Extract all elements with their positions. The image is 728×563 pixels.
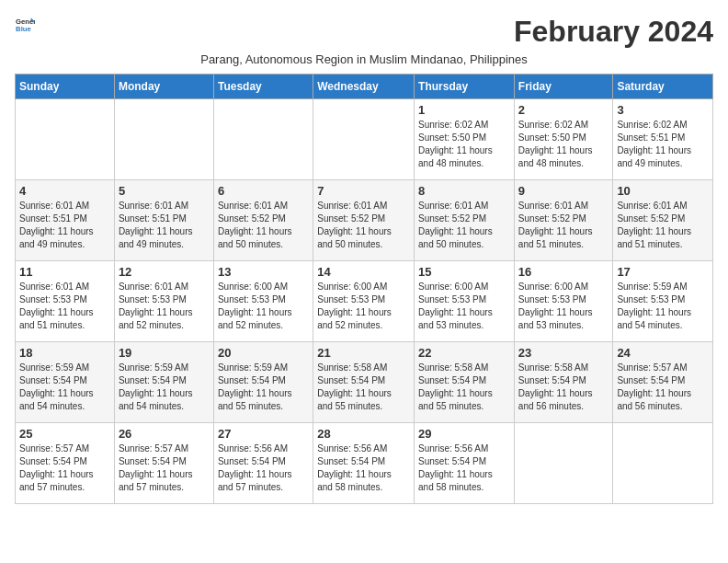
logo-icon: General Blue [15,15,35,35]
day-number: 28 [317,427,410,441]
day-info: Sunrise: 5:57 AMSunset: 5:54 PMDaylight:… [617,362,709,413]
day-number: 19 [119,346,210,360]
logo: General Blue [15,15,35,35]
table-row: 11Sunrise: 6:01 AMSunset: 5:53 PMDayligh… [16,261,115,342]
day-number: 6 [218,184,309,198]
day-number: 2 [518,103,609,117]
day-info: Sunrise: 6:01 AMSunset: 5:52 PMDaylight:… [617,200,709,251]
day-info: Sunrise: 5:58 AMSunset: 5:54 PMDaylight:… [317,362,410,413]
day-info: Sunrise: 5:59 AMSunset: 5:54 PMDaylight:… [119,362,210,413]
header-saturday: Saturday [613,75,713,99]
subtitle: Parang, Autonomous Region in Muslim Mind… [15,52,713,66]
table-row: 3Sunrise: 6:02 AMSunset: 5:51 PMDaylight… [613,99,713,180]
table-row: 16Sunrise: 6:00 AMSunset: 5:53 PMDayligh… [514,261,613,342]
table-row: 25Sunrise: 5:57 AMSunset: 5:54 PMDayligh… [16,423,115,504]
day-info: Sunrise: 6:00 AMSunset: 5:53 PMDaylight:… [317,281,410,332]
table-row: 24Sunrise: 5:57 AMSunset: 5:54 PMDayligh… [613,342,713,423]
table-row: 1Sunrise: 6:02 AMSunset: 5:50 PMDaylight… [415,99,515,180]
day-number: 20 [218,346,309,360]
table-row [613,423,713,504]
table-row: 27Sunrise: 5:56 AMSunset: 5:54 PMDayligh… [213,423,313,504]
table-row: 22Sunrise: 5:58 AMSunset: 5:54 PMDayligh… [415,342,515,423]
table-row: 5Sunrise: 6:01 AMSunset: 5:51 PMDaylight… [114,180,213,261]
day-number: 12 [119,265,210,279]
day-number: 26 [119,427,210,441]
header-monday: Monday [114,75,213,99]
day-info: Sunrise: 5:58 AMSunset: 5:54 PMDaylight:… [418,362,510,413]
table-row: 8Sunrise: 6:01 AMSunset: 5:52 PMDaylight… [415,180,515,261]
day-info: Sunrise: 5:56 AMSunset: 5:54 PMDaylight:… [317,442,410,494]
day-number: 11 [19,265,110,279]
day-number: 27 [218,427,309,441]
day-number: 17 [617,265,709,279]
table-row: 23Sunrise: 5:58 AMSunset: 5:54 PMDayligh… [514,342,613,423]
day-number: 21 [317,346,410,360]
day-info: Sunrise: 6:01 AMSunset: 5:52 PMDaylight:… [218,200,309,251]
day-info: Sunrise: 6:01 AMSunset: 5:51 PMDaylight:… [119,200,210,251]
day-number: 25 [19,427,110,441]
day-info: Sunrise: 6:00 AMSunset: 5:53 PMDaylight:… [418,281,510,332]
day-info: Sunrise: 6:01 AMSunset: 5:53 PMDaylight:… [119,281,210,332]
day-info: Sunrise: 6:01 AMSunset: 5:51 PMDaylight:… [19,200,110,251]
day-info: Sunrise: 6:01 AMSunset: 5:52 PMDaylight:… [518,200,609,251]
table-row: 10Sunrise: 6:01 AMSunset: 5:52 PMDayligh… [613,180,713,261]
day-info: Sunrise: 5:56 AMSunset: 5:54 PMDaylight:… [218,442,309,494]
table-row: 20Sunrise: 5:59 AMSunset: 5:54 PMDayligh… [213,342,313,423]
calendar-week-row: 18Sunrise: 5:59 AMSunset: 5:54 PMDayligh… [16,342,713,423]
header-tuesday: Tuesday [213,75,313,99]
table-row: 17Sunrise: 5:59 AMSunset: 5:53 PMDayligh… [613,261,713,342]
day-info: Sunrise: 6:02 AMSunset: 5:50 PMDaylight:… [418,119,510,170]
table-row: 21Sunrise: 5:58 AMSunset: 5:54 PMDayligh… [313,342,415,423]
table-row: 19Sunrise: 5:59 AMSunset: 5:54 PMDayligh… [114,342,213,423]
day-info: Sunrise: 5:59 AMSunset: 5:54 PMDaylight:… [218,362,309,413]
day-number: 10 [617,184,709,198]
month-title: February 2024 [514,15,713,49]
table-row: 18Sunrise: 5:59 AMSunset: 5:54 PMDayligh… [16,342,115,423]
table-row: 9Sunrise: 6:01 AMSunset: 5:52 PMDaylight… [514,180,613,261]
calendar-week-row: 1Sunrise: 6:02 AMSunset: 5:50 PMDaylight… [16,99,713,180]
day-info: Sunrise: 5:59 AMSunset: 5:54 PMDaylight:… [19,362,110,413]
day-number: 8 [418,184,510,198]
table-row: 12Sunrise: 6:01 AMSunset: 5:53 PMDayligh… [114,261,213,342]
table-row: 2Sunrise: 6:02 AMSunset: 5:50 PMDaylight… [514,99,613,180]
day-info: Sunrise: 6:02 AMSunset: 5:51 PMDaylight:… [617,119,709,170]
day-info: Sunrise: 5:57 AMSunset: 5:54 PMDaylight:… [119,442,210,494]
day-number: 1 [418,103,510,117]
header-friday: Friday [514,75,613,99]
table-row: 29Sunrise: 5:56 AMSunset: 5:54 PMDayligh… [415,423,515,504]
table-row [114,99,213,180]
table-row: 6Sunrise: 6:01 AMSunset: 5:52 PMDaylight… [213,180,313,261]
table-row [16,99,115,180]
day-number: 23 [518,346,609,360]
calendar-week-row: 11Sunrise: 6:01 AMSunset: 5:53 PMDayligh… [16,261,713,342]
day-info: Sunrise: 6:02 AMSunset: 5:50 PMDaylight:… [518,119,609,170]
calendar-week-row: 4Sunrise: 6:01 AMSunset: 5:51 PMDaylight… [16,180,713,261]
day-number: 5 [119,184,210,198]
table-row: 4Sunrise: 6:01 AMSunset: 5:51 PMDaylight… [16,180,115,261]
svg-text:Blue: Blue [16,25,31,33]
day-info: Sunrise: 5:57 AMSunset: 5:54 PMDaylight:… [19,442,110,494]
header-wednesday: Wednesday [313,75,415,99]
table-row [514,423,613,504]
day-number: 29 [418,427,510,441]
day-number: 16 [518,265,609,279]
day-number: 13 [218,265,309,279]
day-info: Sunrise: 6:01 AMSunset: 5:52 PMDaylight:… [317,200,410,251]
day-number: 7 [317,184,410,198]
day-info: Sunrise: 6:00 AMSunset: 5:53 PMDaylight:… [218,281,309,332]
header-thursday: Thursday [415,75,515,99]
day-number: 3 [617,103,709,117]
day-info: Sunrise: 6:00 AMSunset: 5:53 PMDaylight:… [518,281,609,332]
day-info: Sunrise: 6:01 AMSunset: 5:52 PMDaylight:… [418,200,510,251]
day-number: 18 [19,346,110,360]
day-info: Sunrise: 5:59 AMSunset: 5:53 PMDaylight:… [617,281,709,332]
table-row [313,99,415,180]
day-number: 24 [617,346,709,360]
day-number: 22 [418,346,510,360]
day-info: Sunrise: 5:56 AMSunset: 5:54 PMDaylight:… [418,442,510,494]
day-number: 9 [518,184,609,198]
table-row: 26Sunrise: 5:57 AMSunset: 5:54 PMDayligh… [114,423,213,504]
page-header: General Blue February 2024 [15,15,713,49]
table-row: 14Sunrise: 6:00 AMSunset: 5:53 PMDayligh… [313,261,415,342]
day-number: 15 [418,265,510,279]
